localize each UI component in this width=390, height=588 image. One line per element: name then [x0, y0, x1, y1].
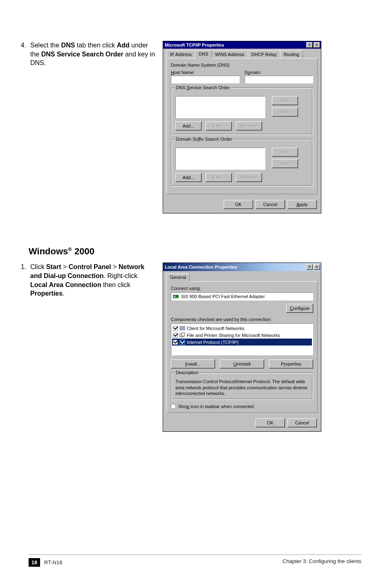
checkbox-icon[interactable] [173, 333, 178, 338]
dns-tab-panel: Domain Name System (DNS) Host Name: Doma… [166, 58, 318, 194]
dns-down-button[interactable]: Down↓ [272, 108, 298, 117]
checkbox-icon[interactable] [173, 326, 178, 331]
help-icon[interactable]: ? [306, 264, 313, 270]
step4-text: Select the DNS tab then click Add under … [30, 41, 155, 213]
checkbox-icon[interactable] [173, 340, 178, 345]
components-list[interactable]: Client for Microsoft Networks File and P… [171, 323, 313, 355]
svg-rect-3 [181, 327, 184, 329]
cancel-button[interactable]: Cancel [256, 200, 285, 209]
close-icon[interactable]: × [314, 42, 320, 48]
suffix-list[interactable] [175, 148, 265, 170]
list-item[interactable]: File and Printer Sharing for Microsoft N… [172, 332, 312, 339]
show-icon-checkbox[interactable] [171, 404, 176, 409]
client-icon [179, 325, 185, 331]
description-text: Transmission Control Protocol/Internet P… [175, 379, 309, 396]
lac-title: Local Area Connection Properties [165, 265, 237, 269]
dns-service-list[interactable] [175, 96, 265, 118]
nic-icon [173, 294, 179, 299]
page-footer: 18 RT-N16 Chapter 3: Configuring the cli… [0, 554, 390, 567]
protocol-icon [179, 339, 185, 345]
list-item-selected[interactable]: Internet Protocol (TCP/IP) [172, 339, 312, 346]
description-groupbox: Description Transmission Control Protoco… [171, 373, 313, 400]
dns-service-title: DNS Service Search Order [175, 85, 231, 90]
description-title: Description [175, 370, 199, 375]
footer-chapter: Chapter 3: Configuring the clients [282, 558, 361, 567]
list-item[interactable]: Client for Microsoft Networks [172, 325, 312, 332]
svg-rect-1 [174, 296, 175, 297]
tab-dhcp-relay[interactable]: DHCP Relay [248, 50, 280, 58]
host-name-input[interactable] [171, 76, 240, 83]
domain-label: Domain: [244, 70, 313, 75]
lac-properties-dialog: Local Area Connection Properties ? × Gen… [163, 263, 321, 432]
cancel-button[interactable]: Cancel [287, 418, 317, 427]
tab-routing[interactable]: Routing [280, 50, 303, 58]
tcpip-title: Microsoft TCP/IP Properties [165, 43, 224, 47]
adapter-field: SiS 900-Based PCI Fast Ethernet Adapter [171, 292, 313, 301]
tcpip-properties-dialog: Microsoft TCP/IP Properties ? × IP Addre… [163, 41, 321, 213]
suffix-remove-button[interactable]: Remove [236, 173, 262, 182]
dns-add-button[interactable]: Add... [175, 121, 202, 130]
step1-text: Click Start > Control Panel > Network an… [30, 263, 155, 432]
tab-general[interactable]: General [166, 274, 190, 282]
help-icon[interactable]: ? [306, 42, 313, 48]
tab-wins-address[interactable]: WINS Address [211, 50, 248, 58]
suffix-add-button[interactable]: Add... [175, 173, 202, 182]
tcpip-tabs: IP Address DNS WINS Address DHCP Relay R… [163, 49, 321, 58]
ok-button[interactable]: OK [256, 418, 285, 427]
domain-input[interactable] [244, 76, 313, 83]
suffix-down-button[interactable]: Down↓ [272, 159, 298, 168]
section-windows-2000: Windows® 2000 [29, 246, 361, 257]
svg-rect-5 [182, 333, 185, 336]
lac-titlebar: Local Area Connection Properties ? × [163, 263, 321, 271]
step1-number: 1. [16, 263, 26, 432]
uninstall-button[interactable]: Uninstall [220, 359, 264, 368]
service-icon [179, 332, 185, 338]
dns-service-groupbox: DNS Service Search Order Up↑ Down↓ Add..… [171, 88, 313, 135]
tab-dns[interactable]: DNS [195, 50, 212, 58]
page-number: 18 [29, 558, 40, 567]
show-icon-label: Show icon in taskbar when connected [178, 404, 254, 409]
dns-section-label: Domain Name System (DNS) [171, 63, 313, 67]
tab-ip-address[interactable]: IP Address [166, 50, 195, 58]
domain-suffix-groupbox: Domain Suffix Search Order Up↑ Down↓ Add… [171, 139, 313, 186]
ok-button[interactable]: OK [224, 200, 253, 209]
tcpip-titlebar: Microsoft TCP/IP Properties ? × [163, 41, 321, 49]
host-name-label: Host Name: [171, 70, 240, 75]
suffix-up-button[interactable]: Up↑ [272, 148, 298, 157]
connect-using-label: Connect using: [171, 286, 313, 291]
configure-button[interactable]: Configure [286, 304, 313, 313]
install-button[interactable]: Install... [171, 359, 215, 368]
properties-button[interactable]: Properties [269, 359, 313, 368]
adapter-name: SiS 900-Based PCI Fast Ethernet Adapter [181, 294, 265, 299]
suffix-edit-button[interactable]: Edit... [206, 173, 232, 182]
dns-edit-button[interactable]: Edit... [206, 121, 232, 130]
general-panel: Connect using: SiS 900-Based PCI Fast Et… [166, 281, 318, 413]
step4-number: 4. [16, 41, 26, 213]
footer-model: RT-N16 [44, 559, 63, 566]
components-label: Components checked are used by this conn… [171, 317, 313, 322]
dns-remove-button[interactable]: Remove [236, 121, 262, 130]
apply-button[interactable]: Apply [287, 200, 317, 209]
domain-suffix-title: Domain Suffix Search Order [175, 137, 233, 141]
close-icon[interactable]: × [314, 264, 320, 270]
dns-up-button[interactable]: Up↑ [272, 96, 298, 105]
